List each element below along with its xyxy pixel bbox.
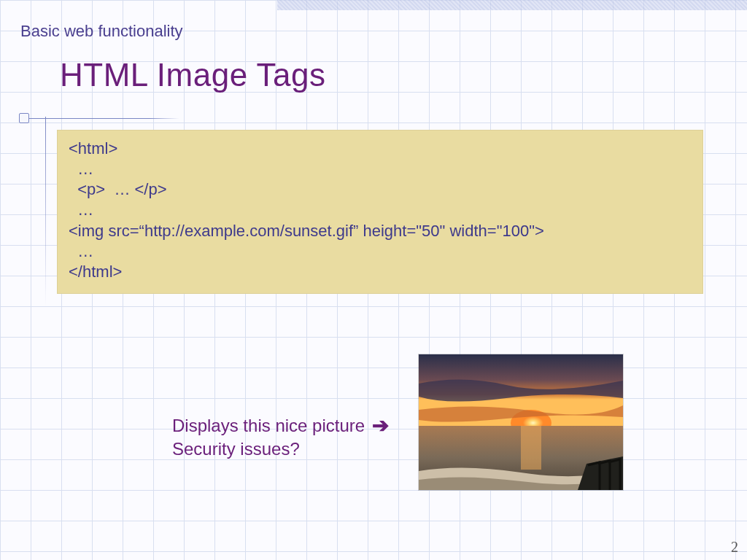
caption-line-1: Displays this nice picture [172, 414, 365, 438]
decorative-top-band [277, 0, 747, 10]
code-line: <html> [69, 139, 692, 159]
caption-block: Displays this nice picture ➔ Security is… [172, 414, 389, 462]
sunset-image [419, 354, 623, 490]
title-rule [19, 112, 179, 127]
vertical-stem [45, 117, 46, 306]
code-line: </html> [69, 262, 692, 282]
breadcrumb: Basic web functionality [20, 22, 183, 41]
rule-square-icon [19, 113, 29, 123]
code-line: … [69, 241, 692, 262]
code-box: <html> … <p> … </p> … <img src=“http://e… [57, 130, 703, 294]
svg-rect-3 [521, 426, 541, 470]
page-number: 2 [731, 539, 738, 556]
arrow-right-icon: ➔ [372, 416, 389, 436]
rule-line [29, 118, 179, 119]
page-title: HTML Image Tags [60, 57, 326, 93]
code-line: <p> … </p> [69, 179, 692, 200]
code-line: … [69, 159, 692, 179]
caption-line-2: Security issues? [172, 438, 389, 461]
code-line: … [69, 200, 692, 220]
code-line: <img src=“http://example.com/sunset.gif”… [69, 221, 692, 241]
